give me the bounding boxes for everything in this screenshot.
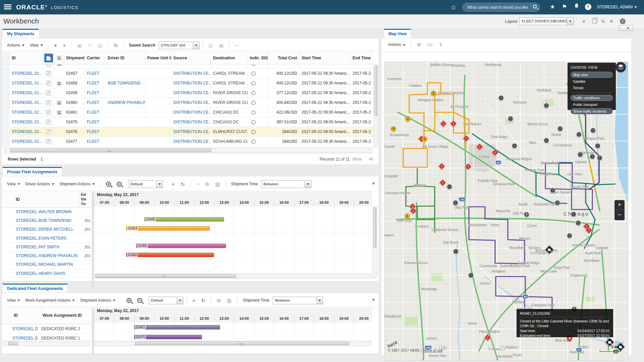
delete-icon[interactable]: × — [63, 43, 66, 48]
table-row[interactable]: STOREDEL.02...✓02460FLEETANDREW FRANKLIN… — [2, 98, 373, 108]
gantt-bar-shipment-02454[interactable]: 02454 — [126, 226, 210, 231]
saved-search-bar[interactable] — [462, 3, 540, 12]
driver-link[interactable]: ANDREW FRANKLIN — [108, 100, 145, 105]
driver-id-link[interactable]: STOREDEL.HENRY DAVIS — [16, 271, 65, 276]
tab-my-shipments[interactable]: My Shipments — [2, 29, 39, 38]
zoom-out-icon[interactable]: − — [117, 182, 122, 187]
route-stop-icon[interactable]: ↑ — [453, 249, 459, 254]
shipments-vscrollbar[interactable] — [374, 65, 378, 147]
pf-driver-time-icon[interactable]: ◔ — [196, 181, 199, 187]
map-column-header-icon[interactable]: ▦ — [44, 54, 53, 62]
pf-refresh-icon[interactable]: ↻ — [180, 181, 185, 187]
records-all-link[interactable]: All — [369, 157, 373, 162]
shipment-id-link[interactable]: STOREDEL.02... — [12, 110, 42, 115]
driver-row[interactable]: STOREDEL.ANDREW FRANKLIN201 — [2, 251, 92, 260]
carrier-link[interactable]: FLEET — [87, 120, 99, 124]
source-link[interactable]: DISTRIBUTION CE... — [173, 71, 211, 76]
zoom-in-icon[interactable]: + — [106, 182, 111, 187]
route-stop-icon[interactable]: ↑ — [550, 188, 555, 193]
route-stop-numbered-icon[interactable]: 2 — [431, 91, 436, 96]
df-clear-icon[interactable]: × — [192, 298, 195, 303]
shipment-id-link[interactable]: STOREDEL.02... — [12, 81, 42, 85]
route-stop-icon[interactable]: ↑ — [512, 143, 517, 148]
add-icon[interactable]: + — [54, 42, 57, 49]
driver-row[interactable]: STOREDEL.PAT SMITH201 — [2, 243, 92, 251]
edit-layout-icon[interactable]: ✎ — [601, 18, 605, 25]
df-zoom-in-icon[interactable]: + — [126, 298, 131, 303]
delete-layout-icon[interactable]: × — [610, 18, 613, 24]
carrier-link[interactable]: FLEET — [87, 71, 99, 76]
df-overflow-chevron[interactable]: » — [372, 297, 375, 302]
carrier-link[interactable]: FLEET — [87, 100, 99, 105]
help-icon[interactable]: ? — [585, 4, 591, 10]
info-icon[interactable]: i — [620, 18, 626, 24]
gantt-bar-shipment-02455[interactable]: 02455 — [136, 244, 226, 248]
driver-row[interactable]: STOREDEL.HENRY DAVIS — [2, 269, 92, 278]
source-link[interactable]: DISTRIBUTION CE... — [173, 120, 211, 124]
row-checkbox[interactable]: ✓ — [46, 71, 51, 76]
pf-shipment-time-select[interactable]: Between — [261, 180, 311, 188]
shipments-hscrollbar[interactable] — [4, 148, 372, 153]
route-stop-icon[interactable]: ↑ — [578, 152, 583, 157]
driver-id-link[interactable]: STOREDEL.DEREK MITCHELL — [16, 227, 73, 232]
panel-selector-dropdown[interactable] — [619, 25, 633, 31]
shipment-id-link[interactable]: STOREDEL.02... — [12, 71, 42, 76]
shipment-id-link[interactable]: STOREDEL.02... — [12, 120, 42, 124]
route-green[interactable] — [406, 169, 435, 232]
wa-id-link[interactable]: STOREDEL.D — [2, 336, 38, 341]
source-link[interactable]: DISTRIBUTION CE... — [173, 100, 211, 105]
driver-id-link[interactable]: STOREDEL.PAT SMITH — [16, 245, 59, 249]
map-overlay-option-traffic-conditions[interactable]: Traffic conditions — [571, 95, 613, 101]
map-view-option-satellite[interactable]: Satellite — [571, 79, 613, 84]
route-stop-icon[interactable]: ↑ — [576, 220, 581, 226]
driver-row[interactable]: STOREDEL.DEREK MITCHELL201 — [2, 225, 92, 234]
route-stop-icon[interactable]: 1 — [524, 212, 529, 217]
pf-overflow-chevron[interactable]: » — [372, 180, 375, 186]
map-zoom-out-button[interactable]: − — [614, 210, 625, 220]
gantt-bar-shipment-02461[interactable]: 02461 — [134, 325, 220, 329]
pf-view-menu[interactable]: View — [7, 182, 20, 186]
route-stop-icon[interactable]: ↑ — [447, 184, 452, 189]
tab-map-view[interactable]: Map View — [384, 29, 411, 38]
route-stop-icon[interactable]: ↑ — [571, 212, 576, 217]
hamburger-menu-icon[interactable] — [4, 4, 11, 10]
route-stop-icon[interactable]: ↑ — [567, 233, 572, 238]
carrier-link[interactable]: FLEET — [87, 81, 99, 85]
df-shipment-actions-menu[interactable]: Shipment Actions — [80, 298, 116, 303]
driver-row[interactable]: STOREDEL.EVAN PETERS — [2, 234, 92, 243]
route-stop-icon[interactable]: ↑ — [453, 200, 458, 205]
records-more-link[interactable]: More — [353, 157, 362, 162]
shipment-id-link[interactable]: STOREDEL.02... — [12, 139, 42, 144]
driver-row[interactable]: STOREDEL.BOB TOWNSEND201 — [2, 216, 92, 225]
user-menu[interactable]: STOREDEL.ADMIN — [597, 5, 637, 9]
df-view-menu[interactable]: View — [7, 298, 20, 303]
view-menu[interactable]: View — [30, 43, 43, 48]
map-view-option-map-view[interactable]: Map view — [571, 72, 613, 78]
route-stop-icon[interactable]: ↑ — [468, 273, 474, 278]
row-checkbox[interactable]: ✓ — [46, 81, 51, 86]
tab-private-fleet-assignments[interactable]: Private Fleet Assignments — [2, 167, 62, 176]
flag-icon[interactable]: ⚑ — [560, 3, 569, 10]
row-checkbox[interactable]: ✓ — [46, 110, 51, 115]
route-stop-icon[interactable]: ↑ — [576, 132, 582, 137]
table-row[interactable]: ✓ — [2, 64, 373, 69]
df-legend-icon[interactable]: ▥ — [227, 298, 232, 304]
source-link[interactable]: DISTRIBUTION CE... — [173, 139, 211, 144]
gantt-bar-shipment-02475[interactable]: 02475 — [134, 335, 202, 339]
df-grid-hscrollbar[interactable] — [3, 341, 90, 346]
driver-id-link[interactable]: STOREDEL.WALTER BROWN — [16, 209, 71, 214]
pf-gantt-vscrollbar[interactable] — [373, 206, 377, 278]
table-row[interactable]: STOREDEL.02...✓02476FLEETDISTRIBUTION CE… — [2, 127, 373, 137]
route-stop-icon[interactable]: ↑ — [597, 155, 602, 161]
shipment-id-link[interactable]: STOREDEL.02... — [12, 100, 42, 105]
row-checkbox[interactable]: ✓ — [46, 120, 51, 125]
work-assignment-row[interactable]: STOREDEL.DDEDICATED RSRC 2 — [2, 324, 92, 334]
source-link[interactable]: DISTRIBUTION CE... — [173, 129, 211, 134]
search-icon[interactable] — [533, 5, 537, 8]
layers-icon[interactable] — [615, 62, 626, 72]
df-refresh-icon[interactable]: ↻ — [201, 298, 206, 304]
add-layout-icon[interactable]: + — [582, 18, 585, 24]
wrap-icon[interactable]: ↵ — [235, 43, 239, 49]
route-stop-icon[interactable]: ↑ — [595, 143, 600, 148]
pf-gantt-hscrollbar[interactable] — [94, 274, 371, 279]
